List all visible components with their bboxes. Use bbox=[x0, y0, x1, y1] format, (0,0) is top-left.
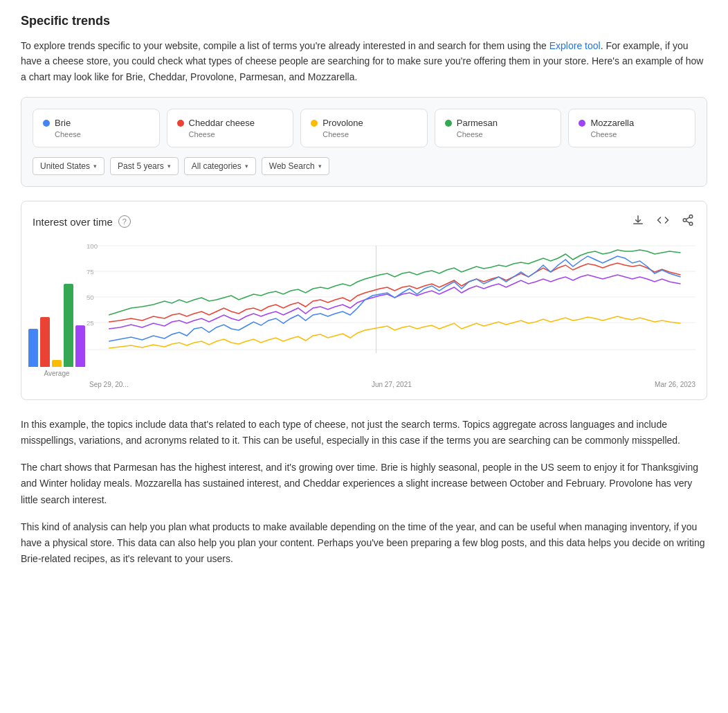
brie-sub: Cheese bbox=[43, 130, 149, 138]
chart-title: Interest over time bbox=[33, 216, 113, 228]
cheddar-line bbox=[109, 263, 680, 322]
cheese-card-cheddar: Cheddar cheese Cheese bbox=[167, 109, 294, 147]
svg-point-0 bbox=[689, 215, 693, 219]
cheddar-sub: Cheese bbox=[177, 130, 284, 138]
intro-paragraph: To explore trends specific to your websi… bbox=[21, 38, 707, 84]
cheese-card-title-provolone: Provolone bbox=[311, 118, 417, 128]
cheese-card-title-brie: Brie bbox=[43, 118, 149, 128]
svg-line-3 bbox=[686, 221, 689, 223]
section-title: Specific trends bbox=[21, 14, 707, 28]
brie-label: Brie bbox=[55, 118, 71, 128]
svg-text:25: 25 bbox=[87, 320, 94, 327]
provolone-line bbox=[109, 316, 680, 348]
avg-bar-section: Average bbox=[33, 239, 81, 377]
parmesan-dot bbox=[445, 120, 452, 127]
svg-point-2 bbox=[689, 222, 693, 226]
mozzarella-dot bbox=[579, 120, 585, 127]
share-icon bbox=[682, 214, 694, 226]
avg-bar-brie bbox=[28, 329, 38, 367]
x-axis-labels: Sep 29, 20... Jun 27, 2021 Mar 26, 2023 bbox=[87, 381, 695, 388]
explore-tool-link[interactable]: Explore tool bbox=[549, 40, 601, 51]
region-filter[interactable]: United States ▾ bbox=[33, 157, 104, 175]
parmesan-label: Parmesan bbox=[457, 118, 498, 128]
line-chart-svg: 100 75 50 25 bbox=[87, 239, 695, 377]
cheese-cards-row: Brie Cheese Cheddar cheese Cheese Provol… bbox=[33, 109, 695, 147]
filter-row: United States ▾ Past 5 years ▾ All categ… bbox=[33, 157, 695, 175]
chart-title-row: Interest over time ? bbox=[33, 215, 131, 228]
cheese-card-parmesan: Parmesan Cheese bbox=[435, 109, 562, 147]
mozzarella-line bbox=[109, 275, 680, 329]
avg-bar-parmesan bbox=[64, 284, 73, 367]
x-label-3: Mar 26, 2023 bbox=[655, 381, 695, 388]
time-filter-label: Past 5 years bbox=[118, 161, 164, 171]
category-chevron-icon: ▾ bbox=[245, 163, 248, 170]
region-filter-label: United States bbox=[40, 161, 90, 171]
time-filter[interactable]: Past 5 years ▾ bbox=[110, 157, 179, 175]
cheese-card-title-cheddar: Cheddar cheese bbox=[177, 118, 284, 128]
chart-area: Average 100 75 50 25 bbox=[33, 239, 695, 391]
provolone-dot bbox=[311, 120, 318, 127]
provolone-label: Provolone bbox=[322, 118, 363, 128]
cheese-card-title-parmesan: Parmesan bbox=[445, 118, 552, 128]
mozzarella-label: Mozzarella bbox=[590, 118, 634, 128]
embed-button[interactable] bbox=[655, 213, 671, 231]
avg-label: Average bbox=[44, 370, 69, 377]
line-chart-section: 100 75 50 25 Sep 29, 20... Jun 2 bbox=[87, 239, 695, 391]
embed-icon bbox=[657, 214, 669, 226]
body-paragraph-1: In this example, the topics include data… bbox=[21, 417, 707, 449]
body-paragraph-2: The chart shows that Parmesan has the hi… bbox=[21, 460, 707, 507]
search-type-filter-label: Web Search bbox=[269, 161, 315, 171]
search-type-filter[interactable]: Web Search ▾ bbox=[262, 157, 329, 175]
help-icon[interactable]: ? bbox=[118, 215, 131, 228]
chart-container: Interest over time ? bbox=[21, 201, 707, 400]
download-button[interactable] bbox=[630, 213, 646, 231]
time-chevron-icon: ▾ bbox=[167, 163, 171, 170]
svg-text:50: 50 bbox=[87, 294, 94, 301]
cheese-card-mozzarella: Mozzarella Cheese bbox=[568, 109, 695, 147]
brie-dot bbox=[43, 120, 50, 127]
cheese-card-provolone: Provolone Cheese bbox=[300, 109, 428, 147]
x-label-1: Sep 29, 20... bbox=[89, 381, 129, 388]
svg-line-4 bbox=[686, 217, 689, 219]
svg-point-1 bbox=[683, 219, 686, 222]
mozzarella-sub: Cheese bbox=[579, 130, 685, 138]
chart-header: Interest over time ? bbox=[33, 213, 695, 231]
region-chevron-icon: ▾ bbox=[93, 163, 97, 170]
avg-bars bbox=[28, 256, 85, 367]
cheese-card-title-mozzarella: Mozzarella bbox=[579, 118, 685, 128]
download-icon bbox=[632, 214, 644, 226]
category-filter[interactable]: All categories ▾ bbox=[184, 157, 256, 175]
provolone-sub: Cheese bbox=[311, 130, 417, 138]
x-label-2: Jun 27, 2021 bbox=[372, 381, 412, 388]
trends-widget: Brie Cheese Cheddar cheese Cheese Provol… bbox=[21, 97, 707, 187]
parmesan-sub: Cheese bbox=[445, 130, 552, 138]
avg-bar-mozzarella bbox=[75, 325, 85, 367]
cheese-card-brie: Brie Cheese bbox=[33, 109, 160, 147]
cheddar-label: Cheddar cheese bbox=[189, 118, 255, 128]
body-paragraph-3: This kind of analysis can help you plan … bbox=[21, 519, 707, 567]
svg-text:75: 75 bbox=[87, 269, 94, 276]
avg-bar-cheddar bbox=[40, 317, 50, 367]
category-filter-label: All categories bbox=[192, 161, 242, 171]
avg-bar-provolone bbox=[52, 360, 62, 367]
intro-text-before: To explore trends specific to your websi… bbox=[21, 40, 547, 51]
share-button[interactable] bbox=[680, 213, 695, 231]
search-type-chevron-icon: ▾ bbox=[318, 163, 322, 170]
brie-line bbox=[109, 256, 680, 341]
cheddar-dot bbox=[177, 120, 184, 127]
chart-actions bbox=[630, 213, 695, 231]
svg-text:100: 100 bbox=[87, 243, 98, 250]
